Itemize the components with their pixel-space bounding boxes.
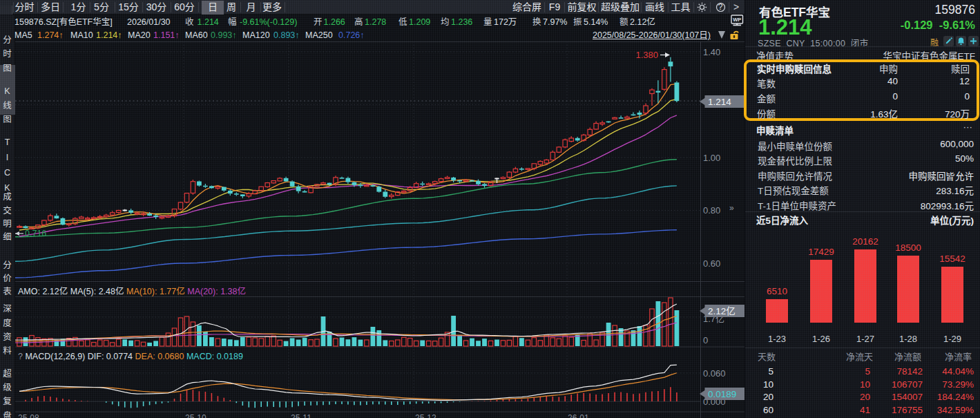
svg-text:0: 0 (703, 335, 708, 345)
svg-text:1.40: 1.40 (703, 47, 720, 57)
svg-text:? MACD(12,26,9) DIF: 0.0774: ? MACD(12,26,9) DIF: 0.0774 DEA: 0.0680 … (18, 352, 243, 361)
svg-text:25-10: 25-10 (185, 413, 206, 418)
svg-text:25-08: 25-08 (18, 413, 39, 418)
svg-text:0.80: 0.80 (703, 205, 720, 216)
svg-text:26-01: 26-01 (568, 413, 589, 418)
svg-text:1.00: 1.00 (703, 153, 720, 163)
svg-text:2.12亿: 2.12亿 (708, 306, 736, 316)
svg-text:AMO: 2.12亿 MA(5): 2.48亿 MA(1: AMO: 2.12亿 MA(5): 2.48亿 MA(10): 1.77亿 MA… (18, 286, 246, 296)
svg-text:1.214: 1.214 (708, 97, 731, 107)
svg-text:1.380: 1.380 (635, 50, 658, 60)
svg-text:0.0189: 0.0189 (708, 389, 736, 399)
svg-text:25-12: 25-12 (415, 413, 436, 418)
svg-text:0.716: 0.716 (25, 229, 46, 238)
svg-text:0.060: 0.060 (703, 368, 726, 379)
svg-text:25-11: 25-11 (291, 413, 311, 418)
svg-text:0.60: 0.60 (703, 258, 720, 269)
